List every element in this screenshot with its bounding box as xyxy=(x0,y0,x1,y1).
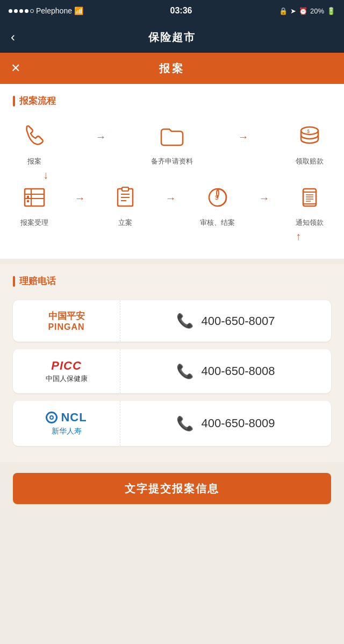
phone-card-ncl[interactable]: NCL 新华人寿 📞 400-650-8009 xyxy=(13,401,331,446)
svg-text:$: $ xyxy=(307,129,310,134)
ncl-circle-icon xyxy=(46,412,58,423)
arrow-down-left: ↓ xyxy=(18,169,326,180)
dot-2 xyxy=(14,9,18,13)
sub-header: ✕ 报案 xyxy=(0,53,344,84)
process-label-tongzhi: 通知领款 xyxy=(296,218,324,228)
dot-3 xyxy=(19,9,23,13)
call-icon-ncl: 📞 xyxy=(176,415,194,432)
section-divider xyxy=(0,259,344,264)
ncl-circle-inner xyxy=(49,415,54,420)
process-label-lian: 立案 xyxy=(118,218,132,228)
process-item-shenhe: $ 审核、结案 xyxy=(200,181,235,228)
process-label-shenhe: 审核、结案 xyxy=(200,218,235,228)
process-label-baoan-shouli: 报案受理 xyxy=(20,218,48,228)
status-left: Pelephone 📶 xyxy=(9,6,83,15)
phone-cards-list: 中国平安 PINGAN 📞 400-650-8007 PICC 中国人保健康 📞… xyxy=(13,300,331,446)
arrow-5: → xyxy=(259,192,270,204)
arrow-2: → xyxy=(238,131,249,143)
status-bar: Pelephone 📶 03:36 🔒 ➤ ⏰ 20% 🔋 xyxy=(0,0,344,22)
process-item-lian: 立案 xyxy=(109,181,141,228)
ncl-top: NCL xyxy=(46,411,87,424)
call-icon-pingan: 📞 xyxy=(176,313,194,329)
svg-rect-7 xyxy=(27,200,29,202)
arrow-up-right: ↑ xyxy=(18,231,326,242)
process-row-1: 报案 → 备齐申请资料 → xyxy=(18,120,326,166)
nav-title: 保险超市 xyxy=(148,30,196,45)
coins-icon: $ xyxy=(293,120,326,152)
ncl-logo-area: NCL 新华人寿 xyxy=(13,401,120,446)
svg-rect-12 xyxy=(122,187,128,191)
carrier-label: Pelephone xyxy=(36,6,72,15)
wifi-icon: 📶 xyxy=(74,6,83,15)
picc-logo-area: PICC 中国人保健康 xyxy=(13,349,120,393)
notification-phone-icon xyxy=(293,181,326,214)
process-label-lingqupaikuan: 领取赔款 xyxy=(296,157,324,166)
arrow-1: → xyxy=(96,131,106,143)
alarm-icon: ⏰ xyxy=(299,7,307,15)
pingan-logo-area: 中国平安 PINGAN xyxy=(13,300,120,342)
signal-dots xyxy=(9,9,34,13)
phone-title-text: 理赔电话 xyxy=(19,275,56,287)
register-icon xyxy=(18,181,51,214)
clipboard-icon xyxy=(109,181,141,214)
svg-rect-6 xyxy=(27,196,29,198)
ncl-text-cn: 新华人寿 xyxy=(52,427,82,436)
process-item-tongzhi: 通知领款 xyxy=(293,181,326,228)
call-icon-picc: 📞 xyxy=(176,363,194,380)
dot-1 xyxy=(9,9,12,13)
review-icon: $ xyxy=(202,181,234,214)
process-section-title: 报案流程 xyxy=(13,95,331,107)
folder-icon xyxy=(156,120,188,152)
ncl-logo: NCL 新华人寿 xyxy=(46,411,87,436)
location-icon: ➤ xyxy=(290,7,296,15)
sub-title: 报案 xyxy=(159,61,185,76)
process-flow: 报案 → 备齐申请资料 → xyxy=(13,120,331,242)
picc-phone-number: 400-650-8008 xyxy=(201,364,275,378)
ncl-number-area[interactable]: 📞 400-650-8009 xyxy=(120,401,331,446)
process-label-beiqishenqing: 备齐申请资料 xyxy=(151,157,193,166)
picc-logo: PICC 中国人保健康 xyxy=(46,359,88,384)
nav-bar: ‹ 保险超市 xyxy=(0,22,344,53)
submit-btn[interactable]: 文字提交报案信息 xyxy=(13,473,331,504)
process-item-baoan-shouli: 报案受理 xyxy=(18,181,51,228)
pingan-phone-number: 400-650-8007 xyxy=(201,314,275,328)
process-item-beiqishenqing: 备齐申请资料 xyxy=(151,120,193,166)
phone-section-title: 理赔电话 xyxy=(13,275,331,287)
phone-card-picc[interactable]: PICC 中国人保健康 📞 400-650-8008 xyxy=(13,349,331,393)
pingan-en: PINGAN xyxy=(48,322,84,332)
back-button[interactable]: ‹ xyxy=(11,30,15,45)
status-time: 03:36 xyxy=(170,6,192,16)
title-bar-decoration xyxy=(13,96,15,107)
arrow-3: → xyxy=(75,192,85,204)
process-section: 报案流程 报案 → 备 xyxy=(0,84,344,259)
phone-section: 理赔电话 中国平安 PINGAN 📞 400-650-8007 PICC 中国人… xyxy=(0,264,344,462)
close-button[interactable]: ✕ xyxy=(11,61,20,75)
ncl-phone-number: 400-650-8009 xyxy=(201,416,275,430)
pingan-name: 中国平安 xyxy=(48,310,85,322)
phone-card-pingan[interactable]: 中国平安 PINGAN 📞 400-650-8007 xyxy=(13,300,331,342)
arrow-4: → xyxy=(166,192,176,204)
ncl-text-en: NCL xyxy=(61,411,87,424)
picc-text: PICC xyxy=(51,359,82,373)
picc-number-area[interactable]: 📞 400-650-8008 xyxy=(120,349,331,393)
process-row-2: 报案受理 → 立案 → xyxy=(18,181,326,228)
battery-label: 20% xyxy=(310,7,324,15)
process-title-text: 报案流程 xyxy=(19,95,56,107)
status-right: 🔒 ➤ ⏰ 20% 🔋 xyxy=(279,7,335,15)
pingan-number-area[interactable]: 📞 400-650-8007 xyxy=(120,300,331,342)
dot-4 xyxy=(25,9,28,13)
process-label-baoan: 报案 xyxy=(27,157,41,166)
process-item-baoan: 报案 xyxy=(18,120,51,166)
phone-icon xyxy=(18,120,51,152)
picc-sub: 中国人保健康 xyxy=(46,374,88,384)
phone-title-bar-decoration xyxy=(13,276,15,287)
dot-5 xyxy=(30,9,34,13)
bottom-btn-area: 文字提交报案信息 xyxy=(0,462,344,515)
lock-icon: 🔒 xyxy=(279,7,288,15)
battery-icon: 🔋 xyxy=(327,7,335,15)
process-item-lingqupaikuan: $ 领取赔款 xyxy=(293,120,326,166)
